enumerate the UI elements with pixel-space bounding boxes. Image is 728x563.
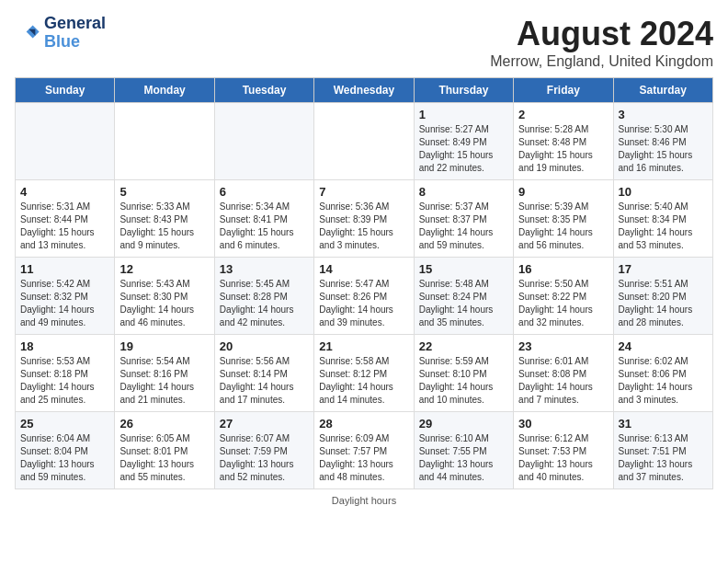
calendar-cell: 22Sunrise: 5:59 AM Sunset: 8:10 PM Dayli… (414, 335, 513, 412)
col-header-sunday: Sunday (16, 78, 115, 103)
day-number: 2 (518, 108, 608, 121)
calendar-cell: 20Sunrise: 5:56 AM Sunset: 8:14 PM Dayli… (214, 335, 313, 412)
calendar-cell: 17Sunrise: 5:51 AM Sunset: 8:20 PM Dayli… (613, 258, 712, 335)
day-info: Sunrise: 5:47 AM Sunset: 8:26 PM Dayligh… (319, 278, 408, 329)
calendar-table: SundayMondayTuesdayWednesdayThursdayFrid… (15, 77, 713, 489)
day-info: Sunrise: 6:07 AM Sunset: 7:59 PM Dayligh… (220, 432, 309, 484)
day-info: Sunrise: 6:12 AM Sunset: 7:53 PM Dayligh… (518, 432, 608, 484)
day-number: 8 (419, 185, 508, 199)
calendar-cell: 10Sunrise: 5:40 AM Sunset: 8:34 PM Dayli… (613, 180, 712, 258)
calendar-cell: 13Sunrise: 5:45 AM Sunset: 8:28 PM Dayli… (214, 258, 313, 335)
calendar-cell: 3Sunrise: 5:30 AM Sunset: 8:46 PM Daylig… (613, 103, 712, 180)
day-info: Sunrise: 6:13 AM Sunset: 7:51 PM Dayligh… (619, 432, 708, 484)
day-number: 7 (319, 185, 408, 199)
day-info: Sunrise: 6:05 AM Sunset: 8:01 PM Dayligh… (119, 432, 209, 484)
week-row-3: 11Sunrise: 5:42 AM Sunset: 8:32 PM Dayli… (16, 258, 713, 335)
calendar-cell: 23Sunrise: 6:01 AM Sunset: 8:08 PM Dayli… (514, 335, 613, 412)
footer-note: Daylight hours (15, 495, 713, 506)
day-number: 21 (319, 339, 408, 353)
calendar-cell (314, 103, 414, 180)
calendar-cell: 19Sunrise: 5:54 AM Sunset: 8:16 PM Dayli… (115, 335, 214, 412)
day-info: Sunrise: 5:59 AM Sunset: 8:10 PM Dayligh… (419, 355, 508, 407)
calendar-cell: 29Sunrise: 6:10 AM Sunset: 7:55 PM Dayli… (414, 412, 513, 489)
day-number: 18 (20, 339, 109, 353)
day-number: 26 (119, 417, 209, 431)
calendar-cell: 2Sunrise: 5:28 AM Sunset: 8:48 PM Daylig… (514, 103, 613, 180)
calendar-header-row: SundayMondayTuesdayWednesdayThursdayFrid… (16, 78, 713, 103)
col-header-thursday: Thursday (414, 78, 513, 103)
title-area: August 2024 Merrow, England, United King… (490, 15, 713, 70)
calendar-cell: 26Sunrise: 6:05 AM Sunset: 8:01 PM Dayli… (115, 412, 214, 489)
day-info: Sunrise: 5:54 AM Sunset: 8:16 PM Dayligh… (119, 355, 209, 407)
calendar-cell: 7Sunrise: 5:36 AM Sunset: 8:39 PM Daylig… (314, 180, 414, 258)
calendar-cell (115, 103, 214, 180)
col-header-friday: Friday (514, 78, 613, 103)
day-info: Sunrise: 5:40 AM Sunset: 8:34 PM Dayligh… (619, 201, 708, 252)
day-number: 27 (220, 417, 309, 431)
day-number: 22 (419, 339, 508, 353)
col-header-tuesday: Tuesday (214, 78, 313, 103)
day-number: 13 (220, 262, 309, 276)
calendar-cell: 11Sunrise: 5:42 AM Sunset: 8:32 PM Dayli… (16, 258, 115, 335)
week-row-4: 18Sunrise: 5:53 AM Sunset: 8:18 PM Dayli… (16, 335, 713, 412)
calendar-cell: 8Sunrise: 5:37 AM Sunset: 8:37 PM Daylig… (414, 180, 513, 258)
calendar-cell: 9Sunrise: 5:39 AM Sunset: 8:35 PM Daylig… (514, 180, 613, 258)
logo: General Blue (15, 15, 106, 52)
day-info: Sunrise: 5:45 AM Sunset: 8:28 PM Dayligh… (220, 278, 309, 329)
day-info: Sunrise: 5:33 AM Sunset: 8:43 PM Dayligh… (119, 201, 209, 252)
day-info: Sunrise: 6:01 AM Sunset: 8:08 PM Dayligh… (518, 355, 608, 407)
day-number: 12 (119, 262, 209, 276)
logo-text-line2: Blue (44, 33, 106, 52)
day-info: Sunrise: 5:51 AM Sunset: 8:20 PM Dayligh… (619, 278, 708, 329)
calendar-cell: 6Sunrise: 5:34 AM Sunset: 8:41 PM Daylig… (214, 180, 313, 258)
day-info: Sunrise: 5:50 AM Sunset: 8:22 PM Dayligh… (518, 278, 608, 329)
day-info: Sunrise: 5:48 AM Sunset: 8:24 PM Dayligh… (419, 278, 508, 329)
day-number: 9 (518, 185, 608, 199)
day-info: Sunrise: 5:34 AM Sunset: 8:41 PM Dayligh… (220, 201, 309, 252)
day-number: 11 (20, 262, 109, 276)
day-number: 31 (619, 417, 708, 431)
calendar-cell: 25Sunrise: 6:04 AM Sunset: 8:04 PM Dayli… (16, 412, 115, 489)
day-number: 19 (119, 339, 209, 353)
day-number: 5 (119, 185, 209, 199)
day-number: 25 (20, 417, 109, 431)
day-info: Sunrise: 6:09 AM Sunset: 7:57 PM Dayligh… (319, 432, 408, 484)
logo-text-line1: General (44, 15, 106, 33)
calendar-cell: 18Sunrise: 5:53 AM Sunset: 8:18 PM Dayli… (16, 335, 115, 412)
header: General Blue August 2024 Merrow, England… (15, 15, 713, 70)
calendar-cell: 12Sunrise: 5:43 AM Sunset: 8:30 PM Dayli… (115, 258, 214, 335)
day-number: 15 (419, 262, 508, 276)
subtitle: Merrow, England, United Kingdom (490, 53, 713, 70)
col-header-monday: Monday (115, 78, 214, 103)
day-info: Sunrise: 5:36 AM Sunset: 8:39 PM Dayligh… (319, 201, 408, 252)
calendar-cell: 1Sunrise: 5:27 AM Sunset: 8:49 PM Daylig… (414, 103, 513, 180)
calendar-cell: 30Sunrise: 6:12 AM Sunset: 7:53 PM Dayli… (514, 412, 613, 489)
calendar-cell: 5Sunrise: 5:33 AM Sunset: 8:43 PM Daylig… (115, 180, 214, 258)
day-info: Sunrise: 5:28 AM Sunset: 8:48 PM Dayligh… (518, 123, 608, 175)
week-row-1: 1Sunrise: 5:27 AM Sunset: 8:49 PM Daylig… (16, 103, 713, 180)
day-number: 4 (20, 185, 109, 199)
day-number: 3 (619, 108, 708, 121)
day-info: Sunrise: 5:42 AM Sunset: 8:32 PM Dayligh… (20, 278, 109, 329)
calendar-cell: 4Sunrise: 5:31 AM Sunset: 8:44 PM Daylig… (16, 180, 115, 258)
day-info: Sunrise: 5:43 AM Sunset: 8:30 PM Dayligh… (119, 278, 209, 329)
calendar-cell: 15Sunrise: 5:48 AM Sunset: 8:24 PM Dayli… (414, 258, 513, 335)
calendar-cell: 31Sunrise: 6:13 AM Sunset: 7:51 PM Dayli… (613, 412, 712, 489)
col-header-wednesday: Wednesday (314, 78, 414, 103)
day-number: 6 (220, 185, 309, 199)
calendar-cell (214, 103, 313, 180)
day-number: 14 (319, 262, 408, 276)
calendar-cell: 16Sunrise: 5:50 AM Sunset: 8:22 PM Dayli… (514, 258, 613, 335)
day-info: Sunrise: 5:30 AM Sunset: 8:46 PM Dayligh… (619, 123, 708, 175)
day-number: 1 (419, 108, 508, 121)
day-number: 16 (518, 262, 608, 276)
day-info: Sunrise: 5:56 AM Sunset: 8:14 PM Dayligh… (220, 355, 309, 407)
day-info: Sunrise: 5:27 AM Sunset: 8:49 PM Dayligh… (419, 123, 508, 175)
day-info: Sunrise: 5:39 AM Sunset: 8:35 PM Dayligh… (518, 201, 608, 252)
day-info: Sunrise: 6:02 AM Sunset: 8:06 PM Dayligh… (619, 355, 708, 407)
day-number: 20 (220, 339, 309, 353)
calendar-cell: 24Sunrise: 6:02 AM Sunset: 8:06 PM Dayli… (613, 335, 712, 412)
day-number: 23 (518, 339, 608, 353)
day-number: 17 (619, 262, 708, 276)
day-info: Sunrise: 6:10 AM Sunset: 7:55 PM Dayligh… (419, 432, 508, 484)
